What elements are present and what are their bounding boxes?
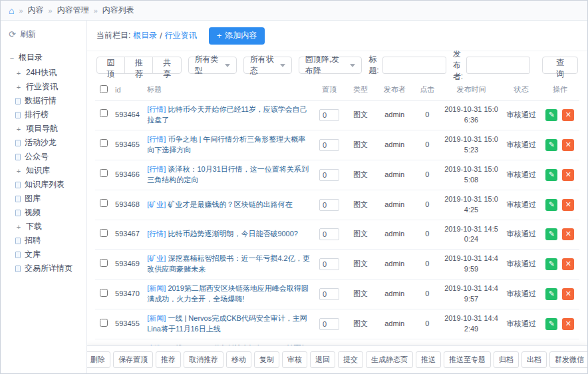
sidebar-tree-item[interactable]: 项目导航 — [15, 122, 82, 136]
refresh-button[interactable]: ⟳ 刷新 — [9, 29, 82, 40]
breadcrumb-item-content-manage[interactable]: 内容管理 — [57, 5, 89, 16]
row-title-link[interactable]: [矿业] 深挖嘉楠耘智招股书：近一年亏损4.2亿，更改供应商豪赌未来 — [147, 254, 310, 275]
toolbar-button[interactable]: 归档 — [494, 351, 519, 368]
edit-button[interactable]: ✎ — [545, 109, 557, 121]
edit-button[interactable]: ✎ — [545, 139, 557, 151]
edit-button[interactable]: ✎ — [545, 199, 557, 211]
delete-button[interactable]: ✕ — [562, 318, 574, 330]
sidebar-tree-item[interactable]: 24H快讯 — [15, 66, 82, 80]
delete-button[interactable]: ✕ — [562, 258, 574, 270]
delete-button[interactable]: ✕ — [562, 228, 574, 240]
refresh-icon: ⟳ — [9, 30, 16, 39]
toolbar-button[interactable]: 复制 — [254, 351, 279, 368]
status-select[interactable]: 所有状态 — [243, 57, 292, 74]
toolbar-button[interactable]: 保存置顶 — [113, 351, 153, 368]
toolbar-button[interactable]: 群发微信 — [549, 351, 587, 368]
top-order-input[interactable] — [319, 288, 339, 300]
type-select[interactable]: 所有类型 — [188, 57, 237, 74]
top-order-input[interactable] — [319, 258, 339, 270]
edit-button[interactable]: ✎ — [545, 169, 557, 181]
sidebar-tree-item[interactable]: 知识库列表 — [15, 178, 82, 192]
col-publish-time: 发布时间 — [440, 79, 502, 100]
toolbar-button[interactable]: 删除 — [87, 351, 110, 368]
sidebar-tree-item[interactable]: 排行榜 — [15, 108, 82, 122]
row-category: [矿业] — [147, 254, 166, 262]
delete-button[interactable]: ✕ — [562, 199, 574, 211]
toolbar-button[interactable]: 推荐 — [156, 351, 181, 368]
row-checkbox[interactable] — [100, 229, 108, 237]
toolbar-button[interactable]: 提交 — [338, 351, 363, 368]
sidebar-tree-item[interactable]: 招聘 — [15, 234, 82, 248]
row-title-link[interactable]: [行情] 比特币趋势逐渐明朗，今日能否破9000? — [147, 229, 310, 240]
home-icon[interactable]: ⌂ — [9, 6, 14, 15]
delete-button[interactable]: ✕ — [562, 139, 574, 151]
toolbar-button[interactable]: 取消推荐 — [184, 351, 223, 368]
sidebar-tree-item[interactable]: 知识库 — [15, 164, 82, 178]
delete-button[interactable]: ✕ — [562, 109, 574, 121]
row-checkbox[interactable] — [100, 289, 108, 297]
breadcrumb-item-content[interactable]: 内容 — [28, 5, 44, 16]
toolbar-button[interactable]: 推送 — [416, 351, 441, 368]
tree-root-node[interactable]: 根目录 — [9, 51, 82, 65]
sidebar-tree-item[interactable]: 活动沙龙 — [15, 136, 82, 150]
table-header-row: id 标题 置顶 类型 发布者 点击 发布时间 状态 操作 — [95, 79, 579, 100]
row-publisher: admin — [375, 309, 414, 339]
toolbar-button[interactable]: 生成静态页 — [366, 351, 413, 368]
row-title-link[interactable]: [行情] 比特币今天开始你已经11岁，应该学会自己拉盘了 — [147, 104, 310, 126]
category-path-current-link[interactable]: 行业资讯 — [165, 30, 197, 41]
type-select-value: 所有类型 — [195, 54, 220, 77]
tree-collapse-icon[interactable] — [9, 55, 15, 61]
publisher-filter-input[interactable] — [466, 57, 530, 74]
row-checkbox[interactable] — [100, 139, 108, 147]
add-content-label: 添加内容 — [225, 30, 257, 41]
row-checkbox[interactable] — [100, 199, 108, 207]
sidebar-tree-item[interactable]: 行业资讯 — [15, 80, 82, 94]
toolbar-button[interactable]: 退回 — [310, 351, 335, 368]
edit-button[interactable]: ✎ — [545, 288, 557, 300]
sidebar-tree-item[interactable]: 数据行情 — [15, 94, 82, 108]
delete-button[interactable]: ✕ — [562, 169, 574, 181]
row-title-link[interactable]: [行情] 币争之地 | 午间行情分析三角形整理大概率向下选择方向 — [147, 134, 310, 156]
row-title-link[interactable]: [矿业] 矿业才是最赚钱的？区块链的出路何在 — [147, 200, 310, 210]
filter-toggle-button[interactable]: 共享 — [152, 57, 181, 74]
category-path-root-link[interactable]: 根目录 — [133, 30, 157, 41]
sidebar-tree-item[interactable]: 下载 — [15, 220, 82, 234]
tree-node-label: 招聘 — [25, 235, 41, 246]
edit-button[interactable]: ✎ — [545, 228, 557, 240]
tree-node-icon — [15, 224, 22, 230]
edit-button[interactable]: ✎ — [545, 258, 557, 270]
sidebar-tree-item[interactable]: 公众号 — [15, 150, 82, 164]
top-order-input[interactable] — [319, 228, 339, 240]
top-order-input[interactable] — [319, 169, 339, 181]
toolbar-button[interactable]: 审核 — [282, 351, 307, 368]
row-title-link[interactable]: [新闻] 一线 | Nervos完成CKB代码安全审计，主网Lina将于11月1… — [147, 313, 310, 335]
row-checkbox[interactable] — [100, 319, 108, 327]
toolbar-button[interactable]: 移动 — [226, 351, 251, 368]
title-filter-field: 标题: — [368, 54, 446, 77]
toolbar-button[interactable]: 推送至专题 — [444, 351, 491, 368]
row-checkbox[interactable] — [100, 109, 108, 117]
sidebar-tree-item[interactable]: 文库 — [15, 248, 82, 262]
row-category: [行情] — [147, 230, 166, 238]
sidebar-tree-item[interactable]: 交易所详情页 — [15, 262, 82, 276]
filter-toggle-button[interactable]: 推荐 — [124, 57, 153, 74]
top-order-input[interactable] — [319, 109, 339, 121]
select-all-checkbox[interactable] — [100, 85, 108, 93]
top-order-input[interactable] — [319, 139, 339, 151]
sidebar-tree-item[interactable]: 视频 — [15, 206, 82, 220]
edit-button[interactable]: ✎ — [545, 318, 557, 330]
row-checkbox[interactable] — [100, 169, 108, 177]
row-checkbox[interactable] — [100, 259, 108, 267]
title-filter-input[interactable] — [382, 57, 446, 74]
row-title-link[interactable]: [行情] 谈泽秋：10月31日行情，这一位置将关系到三角结构的定向 — [147, 164, 310, 186]
top-order-input[interactable] — [319, 318, 339, 330]
filter-toggle-button[interactable]: 固顶 — [96, 57, 125, 74]
add-content-button[interactable]: + 添加内容 — [209, 27, 265, 45]
sort-select[interactable]: 固顶降,发布降 — [299, 57, 363, 74]
top-order-input[interactable] — [319, 199, 339, 211]
search-button[interactable]: 查询 — [542, 57, 578, 74]
toolbar-button[interactable]: 出档 — [521, 351, 547, 368]
sidebar-tree-item[interactable]: 图库 — [15, 192, 82, 206]
delete-button[interactable]: ✕ — [562, 288, 574, 300]
row-title-link[interactable]: [新闻] 2019第二届西安区块链落地应用峰会取得圆满成功，火力全开，全场爆嗨! — [147, 283, 310, 305]
